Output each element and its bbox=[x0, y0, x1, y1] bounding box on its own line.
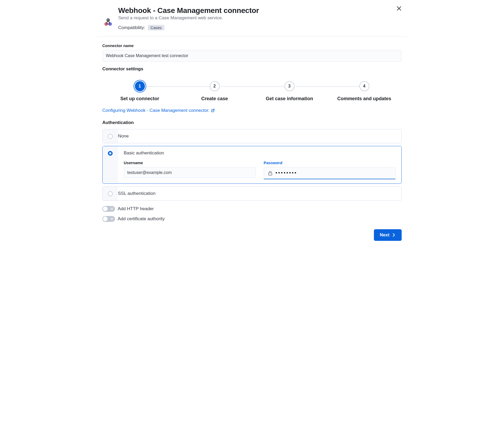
webhook-logo-icon bbox=[103, 16, 113, 27]
svg-rect-6 bbox=[269, 173, 272, 175]
lock-icon bbox=[268, 171, 273, 176]
step-title: Comments and updates bbox=[337, 96, 391, 102]
radio-leader bbox=[103, 187, 118, 200]
username-input[interactable] bbox=[124, 167, 256, 178]
radio-icon bbox=[108, 191, 113, 196]
cert-authority-toggle[interactable] bbox=[102, 216, 115, 222]
close-icon bbox=[396, 5, 402, 12]
doc-link[interactable]: Configuring Webhook - Case Management co… bbox=[102, 108, 215, 113]
auth-option-ssl[interactable]: SSL authentication bbox=[102, 186, 402, 201]
compatibility-badge: Cases bbox=[148, 25, 164, 30]
step-title: Get case information bbox=[266, 96, 313, 102]
svg-point-4 bbox=[109, 23, 111, 25]
radio-icon bbox=[108, 151, 113, 156]
toggle-knob bbox=[103, 206, 108, 211]
authentication-label: Authentication bbox=[102, 120, 402, 125]
connector-name-input[interactable] bbox=[102, 50, 402, 62]
doc-link-text: Configuring Webhook - Case Management co… bbox=[102, 108, 209, 113]
compatibility-label: Compatibility: bbox=[118, 25, 145, 30]
page-title: Webhook - Case Management connector bbox=[118, 6, 401, 15]
page-subtitle: Send a request to a Case Management web … bbox=[118, 15, 401, 21]
step-circle: 2 bbox=[210, 81, 220, 91]
step-circle: 3 bbox=[285, 81, 295, 91]
auth-none-label: None bbox=[118, 134, 401, 139]
connector-name-label: Connector name bbox=[102, 43, 402, 48]
step-title: Create case bbox=[201, 96, 228, 102]
cert-authority-toggle-label: Add certificate authority bbox=[118, 216, 165, 222]
auth-option-basic[interactable]: Basic authentication Username Password bbox=[102, 146, 402, 184]
http-header-toggle[interactable] bbox=[102, 206, 115, 212]
radio-leader bbox=[103, 146, 118, 183]
svg-point-5 bbox=[108, 19, 109, 21]
next-button[interactable]: Next bbox=[374, 229, 402, 241]
header: Webhook - Case Management connector Send… bbox=[97, 0, 407, 36]
step-create-case[interactable]: 2 Create case bbox=[177, 81, 252, 102]
auth-option-none[interactable]: None bbox=[102, 129, 402, 143]
step-circle: 1 bbox=[135, 81, 145, 91]
radio-leader bbox=[103, 129, 118, 143]
toggle-knob bbox=[103, 217, 108, 221]
password-input[interactable] bbox=[276, 167, 395, 179]
close-button[interactable] bbox=[396, 5, 402, 12]
x-icon bbox=[111, 218, 113, 220]
next-button-label: Next bbox=[380, 232, 390, 238]
step-setup-connector[interactable]: 1 Set up connector bbox=[102, 81, 177, 102]
chevron-right-icon bbox=[392, 233, 396, 237]
auth-basic-label: Basic authentication bbox=[124, 150, 396, 156]
http-header-toggle-label: Add HTTP header bbox=[118, 206, 154, 212]
step-circle: 4 bbox=[359, 81, 369, 91]
step-comments-updates[interactable]: 4 Comments and updates bbox=[327, 81, 402, 102]
password-label: Password bbox=[264, 160, 396, 165]
external-link-icon bbox=[211, 109, 215, 112]
step-get-case-info[interactable]: 3 Get case information bbox=[252, 81, 327, 102]
stepper: 1 Set up connector 2 Create case 3 Get c… bbox=[102, 81, 402, 102]
auth-ssl-label: SSL authentication bbox=[118, 191, 401, 196]
svg-point-3 bbox=[106, 23, 107, 25]
connector-settings-label: Connector settings bbox=[102, 66, 402, 72]
x-icon bbox=[111, 208, 113, 210]
username-label: Username bbox=[124, 160, 256, 165]
radio-icon bbox=[108, 134, 113, 139]
step-title: Set up connector bbox=[120, 96, 159, 102]
